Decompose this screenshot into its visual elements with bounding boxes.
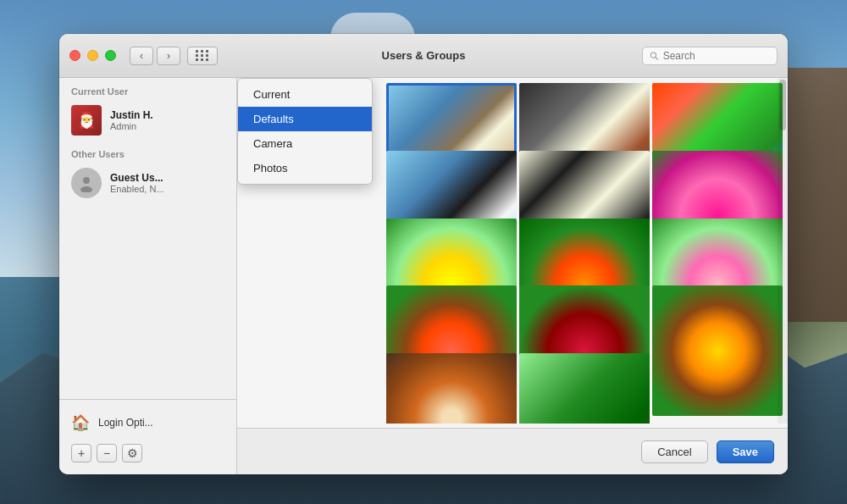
dropdown-item-photos[interactable]: Photos <box>238 156 372 180</box>
image-grid-container <box>381 78 788 424</box>
svg-line-1 <box>656 57 657 58</box>
home-icon: 🏠 <box>71 413 90 432</box>
other-users-section-label: Other Users <box>59 141 236 163</box>
avatar-picker: Current Defaults Camera Photos <box>237 78 788 474</box>
picker-buttons: Cancel Save <box>237 428 788 474</box>
window-title: Users & Groups <box>382 49 466 62</box>
sidebar-bottom: 🏠 Login Opti... + − ⚙ <box>59 399 236 474</box>
image-grid <box>381 78 788 424</box>
forward-button[interactable]: › <box>157 47 180 65</box>
image-coffee[interactable] <box>386 353 517 424</box>
guest-user-info: Guest Us... Enabled, N... <box>110 172 164 194</box>
admin-avatar-icon: 🎅 <box>71 105 102 136</box>
search-icon <box>650 51 659 61</box>
dropdown-item-camera[interactable]: Camera <box>238 131 372 156</box>
search-input[interactable] <box>663 50 770 62</box>
grid-icon <box>196 50 209 61</box>
gear-icon: ⚙ <box>127 446 138 460</box>
add-user-button[interactable]: + <box>71 444 91 462</box>
titlebar: ‹ › Users & Groups <box>59 34 788 78</box>
cancel-button[interactable]: Cancel <box>641 440 707 463</box>
dropdown-item-current[interactable]: Current <box>238 82 372 107</box>
grid-view-button[interactable] <box>187 47 218 65</box>
guest-user-role: Enabled, N... <box>110 184 164 194</box>
guest-user-name: Guest Us... <box>110 172 164 184</box>
back-icon: ‹ <box>140 50 143 62</box>
current-user-name: Justin H. <box>110 109 153 121</box>
guest-avatar-icon <box>77 174 96 192</box>
dropdown-item-defaults[interactable]: Defaults <box>238 107 372 131</box>
svg-point-3 <box>80 186 92 192</box>
current-user-info: Justin H. Admin <box>110 109 153 131</box>
nav-buttons: ‹ › <box>130 47 218 65</box>
forward-icon: › <box>167 50 170 62</box>
scrollbar-track[interactable] <box>778 78 788 424</box>
search-box[interactable] <box>642 47 778 65</box>
current-user-item[interactable]: 🎅 Justin H. Admin <box>59 100 236 141</box>
svg-point-2 <box>83 177 90 184</box>
login-options-item[interactable]: 🏠 Login Opti... <box>59 407 236 439</box>
save-button[interactable]: Save <box>717 440 774 463</box>
current-user-avatar: 🎅 <box>71 105 102 136</box>
maximize-button[interactable] <box>105 50 116 61</box>
sidebar: Current User 🎅 Justin H. Admin Other Use… <box>59 78 237 474</box>
current-user-section-label: Current User <box>59 78 236 100</box>
settings-button[interactable]: ⚙ <box>122 444 142 462</box>
sidebar-toolbar: + − ⚙ <box>59 439 236 468</box>
add-icon: + <box>78 446 85 460</box>
back-button[interactable]: ‹ <box>130 47 153 65</box>
image-sunflower[interactable] <box>652 285 783 416</box>
remove-user-button[interactable]: − <box>97 444 117 462</box>
minimize-button[interactable] <box>87 50 98 61</box>
image-leaves[interactable] <box>519 353 650 424</box>
main-content: Current User 🎅 Justin H. Admin Other Use… <box>59 78 788 474</box>
close-button[interactable] <box>69 50 80 61</box>
login-options-label: Login Opti... <box>98 417 153 429</box>
guest-avatar <box>71 168 102 198</box>
traffic-lights <box>69 50 116 61</box>
source-dropdown[interactable]: Current Defaults Camera Photos <box>237 78 373 185</box>
current-user-role: Admin <box>110 121 153 131</box>
remove-icon: − <box>103 446 110 460</box>
users-groups-window: ‹ › Users & Groups Cu <box>59 34 788 474</box>
guest-user-item[interactable]: Guest Us... Enabled, N... <box>59 163 236 203</box>
scrollbar-thumb[interactable] <box>779 80 786 130</box>
right-panel: ssword... Current Defaults Camera Photos <box>237 78 788 474</box>
